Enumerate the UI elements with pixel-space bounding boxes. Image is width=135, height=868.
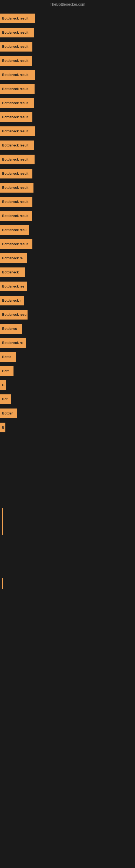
spacer-row (0, 570, 135, 592)
bar-label: Bottle (2, 355, 11, 359)
bar-label: Bottleneck result (2, 101, 28, 105)
bar-label: Bottleneck result (2, 186, 28, 190)
bottleneck-bar: Bottleneck r (0, 296, 24, 305)
spacer-row (0, 508, 135, 535)
bottleneck-bar: Bottleneck result (0, 197, 32, 207)
bottleneck-bar: B (0, 380, 6, 390)
bar-row: Bottleneck result (0, 181, 135, 195)
bottleneck-bar: Bottleneck resu (0, 310, 28, 319)
bar-label: Bottleneck (2, 271, 18, 274)
bottleneck-bar: Bott (0, 366, 13, 376)
bar-row: Bottleneck result (0, 96, 135, 110)
bar-row: B (0, 421, 135, 435)
bar-row: Bottleneck resu (0, 308, 135, 322)
bar-row: Bottleneck res (0, 279, 135, 293)
bar-row: Bottlenec (0, 322, 135, 336)
bar-label: B (2, 426, 5, 429)
bar-label: Bottlen (2, 411, 13, 415)
bar-label: Bottleneck result (2, 59, 28, 63)
bottleneck-bar: Bottleneck result (0, 141, 34, 150)
bar-row: B (0, 378, 135, 392)
bar-label: B (2, 383, 5, 387)
bar-label: Bottleneck resu (2, 228, 27, 232)
site-title: TheBottlenecker.com (0, 0, 135, 9)
bar-label: Bottleneck result (2, 73, 28, 77)
bottleneck-bar: Bottleneck result (0, 98, 34, 108)
bottleneck-bar: B (0, 423, 5, 432)
bottleneck-bar: Bottleneck result (0, 13, 35, 23)
bottleneck-bar: Bottleneck res (0, 282, 27, 291)
bar-label: Bottleneck result (2, 144, 28, 147)
bottleneck-bar: Bottleneck (0, 268, 25, 277)
bar-row: Bottleneck result (0, 152, 135, 166)
bar-label: Bott (2, 369, 9, 373)
bottleneck-bar: Bottleneck result (0, 183, 34, 193)
bottleneck-bar: Bottleneck result (0, 126, 35, 136)
bottleneck-bar: Bottleneck re (0, 338, 26, 348)
bar-row: Bottleneck resu (0, 223, 135, 237)
bar-label: Bottleneck result (2, 17, 28, 20)
bar-label: Bottleneck result (2, 115, 28, 119)
bar-row: Bottleneck result (0, 68, 135, 82)
bottleneck-bar: Bottleneck result (0, 70, 35, 80)
spacer-row (0, 535, 135, 570)
bar-row: Bottleneck r (0, 293, 135, 308)
bar-row: Bottleneck (0, 265, 135, 279)
bottleneck-bar: Bottleneck result (0, 239, 32, 249)
bottleneck-bar: Bottleneck result (0, 155, 35, 164)
bar-row: Bottleneck result (0, 237, 135, 251)
bottleneck-bar: Bot (0, 394, 11, 404)
bar-row: Bottleneck result (0, 195, 135, 209)
spacer-row (0, 437, 135, 472)
bottleneck-bar: Bottleneck re (0, 253, 27, 263)
bar-row: Bottleneck result (0, 209, 135, 223)
bar-row: Bottlen (0, 406, 135, 421)
bar-row: Bottleneck result (0, 40, 135, 54)
bottleneck-bar: Bottleneck result (0, 28, 34, 37)
bottleneck-bar: Bottle (0, 352, 16, 362)
bottleneck-bar: Bottleneck result (0, 42, 32, 52)
bottleneck-bar: Bottleneck result (0, 84, 35, 94)
bar-row: Bottleneck result (0, 110, 135, 124)
bottleneck-bar: Bottleneck resu (0, 225, 29, 235)
bar-label: Bottleneck result (2, 172, 28, 176)
bar-label: Bottleneck r (2, 299, 21, 303)
bar-label: Bottleneck result (2, 45, 28, 49)
bar-row: Bottleneck result (0, 26, 135, 40)
bar-label: Bottlenec (2, 327, 17, 331)
bars-container: Bottleneck resultBottleneck resultBottle… (0, 9, 135, 437)
bottleneck-bar: Bottleneck result (0, 169, 32, 179)
bar-label: Bottleneck res (2, 284, 25, 288)
small-bar-indicator (2, 578, 3, 589)
bar-label: Bottleneck result (2, 200, 28, 204)
vertical-bar-indicator (2, 508, 3, 535)
bar-row: Bottle (0, 350, 135, 364)
bar-row: Bottleneck result (0, 82, 135, 96)
bar-row: Bottleneck re (0, 251, 135, 265)
bar-row: Bottleneck result (0, 124, 135, 138)
bottleneck-bar: Bottlen (0, 408, 17, 418)
spacer-row (0, 472, 135, 508)
spacers-container (0, 437, 135, 592)
bar-row: Bot (0, 392, 135, 406)
bar-row: Bottleneck result (0, 166, 135, 181)
bar-row: Bottleneck re (0, 336, 135, 350)
bar-label: Bottleneck re (2, 341, 23, 345)
bottleneck-bar: Bottleneck result (0, 211, 32, 221)
bar-label: Bottleneck resu (2, 313, 27, 316)
bar-label: Bottleneck re (2, 256, 23, 260)
bar-row: Bottleneck result (0, 138, 135, 152)
bottleneck-bar: Bottlenec (0, 324, 22, 334)
bar-row: Bott (0, 364, 135, 378)
bar-label: Bottleneck result (2, 214, 28, 218)
bar-label: Bottleneck result (2, 129, 28, 133)
bottleneck-bar: Bottleneck result (0, 112, 32, 122)
bottleneck-bar: Bottleneck result (0, 56, 32, 66)
bar-label: Bottleneck result (2, 87, 28, 91)
bar-label: Bottleneck result (2, 158, 28, 161)
bar-label: Bot (2, 397, 8, 401)
bar-label: Bottleneck result (2, 242, 28, 246)
bar-label: Bottleneck result (2, 31, 28, 34)
bar-row: Bottleneck result (0, 54, 135, 68)
bar-row: Bottleneck result (0, 11, 135, 26)
